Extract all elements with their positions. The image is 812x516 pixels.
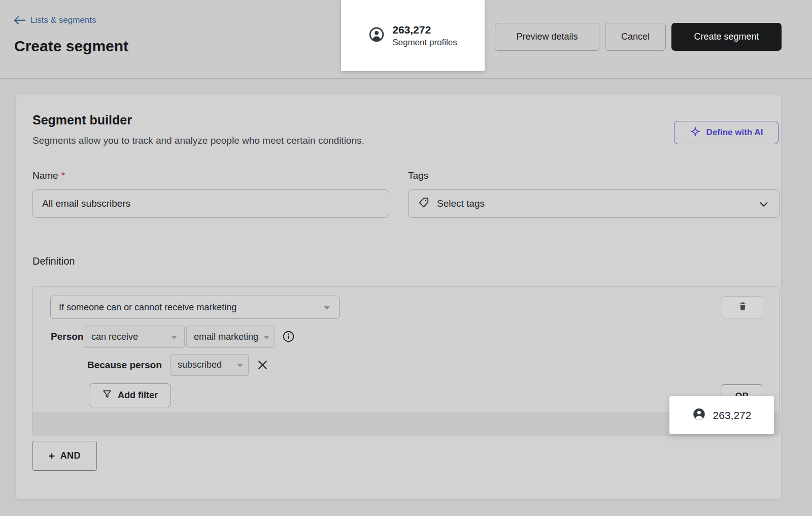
segment-profiles-label: Segment profiles	[392, 38, 457, 48]
select-caret-icon	[324, 306, 330, 310]
delete-condition-button[interactable]	[722, 296, 763, 318]
create-segment-button[interactable]: Create segment	[671, 23, 782, 51]
definition-label: Definition	[32, 255, 75, 267]
select-caret-icon	[237, 364, 243, 367]
cancel-button[interactable]: Cancel	[605, 23, 666, 51]
breadcrumb[interactable]: Lists & segments	[14, 15, 96, 25]
close-icon[interactable]	[256, 359, 269, 373]
name-label: Name*	[32, 170, 65, 181]
segment-builder-card: Segment builder Segments allow you to tr…	[15, 94, 782, 500]
profile-icon	[692, 407, 706, 424]
condition-profiles-count: 263,272	[713, 409, 752, 422]
plus-icon: +	[49, 450, 55, 462]
reason-select[interactable]: subscribed	[170, 354, 249, 376]
tags-select[interactable]: Select tags	[408, 189, 780, 218]
person-label: Person	[51, 331, 83, 342]
sparkle-icon	[690, 126, 701, 140]
segment-profiles-count: 263,272	[392, 24, 457, 36]
info-icon[interactable]	[282, 330, 295, 345]
add-and-condition-button[interactable]: + AND	[32, 441, 97, 471]
consent-select[interactable]: can receive	[84, 326, 185, 348]
condition-profiles-counter: 263,272	[669, 396, 774, 434]
condition-block: If someone can or cannot receive marketi…	[32, 286, 780, 436]
preview-details-button[interactable]: Preview details	[495, 23, 599, 51]
filter-icon	[102, 389, 112, 402]
back-arrow-icon	[14, 16, 26, 25]
segment-profiles-counter: 263,272 Segment profiles	[341, 0, 485, 71]
builder-subtitle: Segments allow you to track and analyze …	[32, 135, 364, 146]
page-title: Create segment	[14, 38, 128, 55]
select-caret-icon	[171, 336, 177, 339]
tags-label: Tags	[408, 170, 428, 181]
profile-icon	[368, 26, 385, 45]
tags-placeholder: Select tags	[437, 198, 485, 209]
tag-icon	[418, 196, 430, 211]
name-input[interactable]	[32, 189, 389, 218]
channel-select[interactable]: email marketing	[186, 326, 275, 348]
define-with-ai-button[interactable]: Define with AI	[674, 121, 779, 144]
condition-footer-strip	[32, 412, 779, 436]
add-filter-button[interactable]: Add filter	[89, 383, 171, 407]
condition-type-select[interactable]: If someone can or cannot receive marketi…	[50, 296, 340, 319]
because-person-label: Because person	[87, 360, 162, 371]
required-marker: *	[61, 170, 65, 181]
select-caret-icon	[263, 336, 269, 339]
builder-title: Segment builder	[32, 113, 132, 127]
breadcrumb-label: Lists & segments	[30, 15, 96, 25]
chevron-down-icon	[758, 199, 770, 212]
trash-icon	[738, 301, 748, 313]
